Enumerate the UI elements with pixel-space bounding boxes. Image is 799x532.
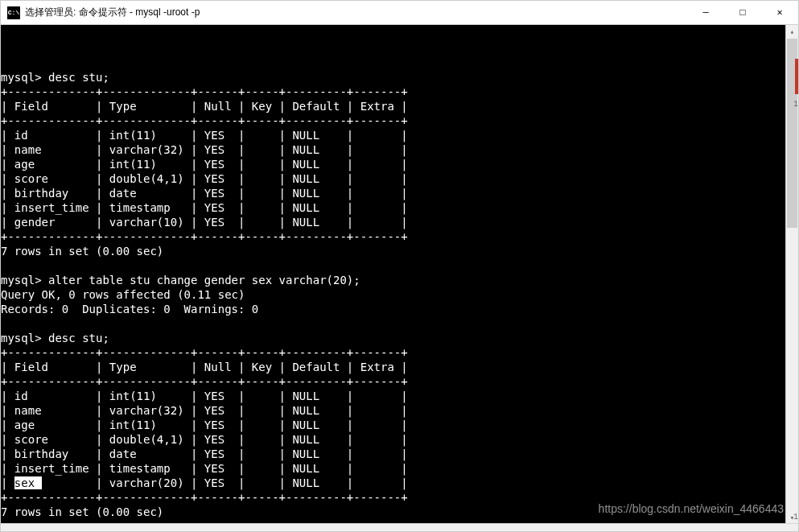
scrollbar-track[interactable] (786, 39, 798, 511)
side-num-bottom: 1 (793, 513, 798, 522)
side-red-tab (795, 59, 798, 94)
close-button[interactable]: ✕ (761, 1, 798, 25)
window-title: 选择管理员: 命令提示符 - mysql -uroot -p (25, 6, 200, 19)
minimize-button[interactable]: — (687, 1, 724, 25)
titlebar-left: C:\ 选择管理员: 命令提示符 - mysql -uroot -p (7, 6, 200, 19)
maximize-button[interactable]: □ (724, 1, 761, 25)
titlebar-buttons: — □ ✕ (687, 1, 798, 25)
cmd-icon: C:\ (7, 6, 20, 19)
scrollbar-up-arrow[interactable]: ▴ (786, 25, 798, 39)
side-num-top: 1 (793, 100, 798, 109)
highlighted-field: sex (14, 476, 42, 489)
terminal-content: mysql> desc stu; +-------------+--------… (1, 54, 785, 525)
cmd-icon-text: C:\ (8, 9, 19, 16)
terminal[interactable]: mysql> desc stu; +-------------+--------… (1, 25, 785, 525)
window-frame: C:\ 选择管理员: 命令提示符 - mysql -uroot -p — □ ✕… (0, 0, 799, 532)
titlebar[interactable]: C:\ 选择管理员: 命令提示符 - mysql -uroot -p — □ ✕ (1, 1, 798, 25)
watermark-text: https://blog.csdn.net/weixin_4466443 (599, 502, 784, 515)
bottom-frame-bar (1, 523, 798, 531)
